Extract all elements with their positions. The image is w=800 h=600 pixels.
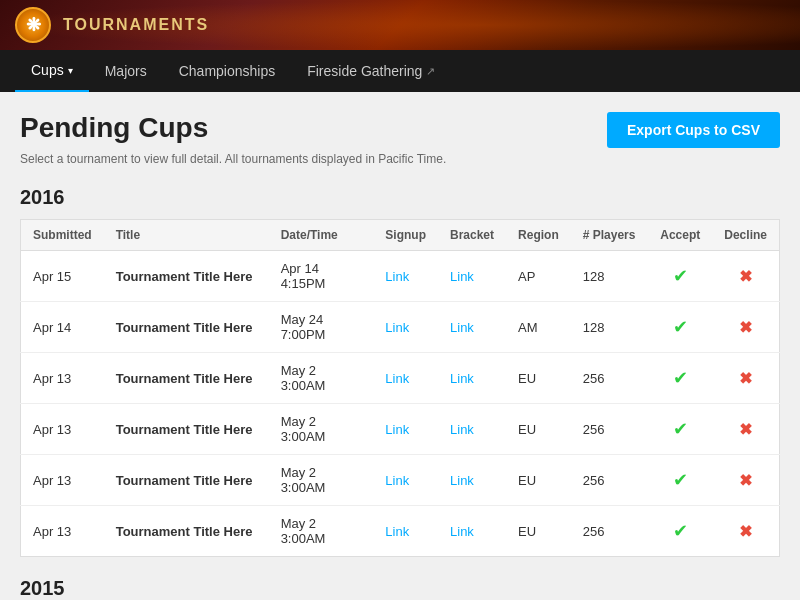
decline-button[interactable]: ✖ [739,421,752,438]
cell-bracket[interactable]: Link [438,506,506,557]
tournament-table: SubmittedTitleDate/TimeSignupBracketRegi… [20,219,780,557]
nav-bar: Cups ▾ Majors Championships Fireside Gat… [0,50,800,92]
page-header: Pending Cups Export Cups to CSV [20,112,780,148]
cell-players: 128 [571,302,649,353]
nav-item-majors[interactable]: Majors [89,50,163,92]
cell-signup[interactable]: Link [373,455,438,506]
cell-accept[interactable]: ✔ [648,404,712,455]
bracket-link[interactable]: Link [450,524,474,539]
signup-link[interactable]: Link [385,320,409,335]
cell-datetime: May 24 7:00PM [269,302,374,353]
col-header-accept: Accept [648,220,712,251]
cell-decline[interactable]: ✖ [712,251,779,302]
page-subtitle: Select a tournament to view full detail.… [20,152,780,166]
nav-item-fireside[interactable]: Fireside Gathering ↗ [291,50,451,92]
tournament-title: Tournament Title Here [116,269,253,284]
decline-button[interactable]: ✖ [739,319,752,336]
cell-region: EU [506,353,571,404]
col-header-decline: Decline [712,220,779,251]
decline-button[interactable]: ✖ [739,268,752,285]
year-heading: 2015 [20,577,780,600]
signup-link[interactable]: Link [385,524,409,539]
cell-bracket[interactable]: Link [438,302,506,353]
cell-accept[interactable]: ✔ [648,353,712,404]
cell-title: Tournament Title Here [104,506,269,557]
bracket-link[interactable]: Link [450,320,474,335]
table-row: Apr 14Tournament Title HereMay 24 7:00PM… [21,302,780,353]
app-title: TOURNAMENTS [63,16,209,34]
cell-signup[interactable]: Link [373,404,438,455]
col-header-title: Title [104,220,269,251]
signup-link[interactable]: Link [385,422,409,437]
accept-button[interactable]: ✔ [673,521,688,541]
external-link-icon: ↗ [426,65,435,78]
cell-accept[interactable]: ✔ [648,506,712,557]
cell-accept[interactable]: ✔ [648,302,712,353]
cell-decline[interactable]: ✖ [712,506,779,557]
year-section: 2016SubmittedTitleDate/TimeSignupBracket… [20,186,780,557]
cell-datetime: May 2 3:00AM [269,353,374,404]
table-row: Apr 15Tournament Title HereApr 14 4:15PM… [21,251,780,302]
cell-decline[interactable]: ✖ [712,353,779,404]
cell-submitted: Apr 15 [21,251,104,302]
cell-region: AP [506,251,571,302]
signup-link[interactable]: Link [385,371,409,386]
bracket-link[interactable]: Link [450,269,474,284]
signup-link[interactable]: Link [385,269,409,284]
bracket-link[interactable]: Link [450,422,474,437]
cell-signup[interactable]: Link [373,506,438,557]
cell-bracket[interactable]: Link [438,455,506,506]
accept-button[interactable]: ✔ [673,368,688,388]
main-content: Pending Cups Export Cups to CSV Select a… [0,92,800,600]
cell-decline[interactable]: ✖ [712,455,779,506]
cell-title: Tournament Title Here [104,455,269,506]
signup-link[interactable]: Link [385,473,409,488]
year-section: 2015SubmittedTitleDate/TimeSignupBracket… [20,577,780,600]
col-header-submitted: Submitted [21,220,104,251]
cell-submitted: Apr 13 [21,455,104,506]
cell-datetime: May 2 3:00AM [269,506,374,557]
tournament-title: Tournament Title Here [116,524,253,539]
table-row: Apr 13Tournament Title HereMay 2 3:00AML… [21,353,780,404]
cell-bracket[interactable]: Link [438,353,506,404]
cell-bracket[interactable]: Link [438,404,506,455]
page-title: Pending Cups [20,112,208,144]
cell-accept[interactable]: ✔ [648,455,712,506]
cell-players: 256 [571,455,649,506]
col-header-players: # Players [571,220,649,251]
decline-button[interactable]: ✖ [739,472,752,489]
table-row: Apr 13Tournament Title HereMay 2 3:00AML… [21,455,780,506]
accept-button[interactable]: ✔ [673,419,688,439]
cell-submitted: Apr 14 [21,302,104,353]
cell-region: EU [506,455,571,506]
accept-button[interactable]: ✔ [673,317,688,337]
chevron-down-icon: ▾ [68,65,73,76]
col-header-bracket: Bracket [438,220,506,251]
cell-players: 256 [571,404,649,455]
bracket-link[interactable]: Link [450,473,474,488]
year-heading: 2016 [20,186,780,209]
cell-title: Tournament Title Here [104,251,269,302]
cell-accept[interactable]: ✔ [648,251,712,302]
cell-signup[interactable]: Link [373,353,438,404]
cell-datetime: Apr 14 4:15PM [269,251,374,302]
cell-signup[interactable]: Link [373,251,438,302]
accept-button[interactable]: ✔ [673,470,688,490]
cell-bracket[interactable]: Link [438,251,506,302]
decline-button[interactable]: ✖ [739,523,752,540]
nav-item-cups[interactable]: Cups ▾ [15,50,89,92]
export-button[interactable]: Export Cups to CSV [607,112,780,148]
cell-decline[interactable]: ✖ [712,302,779,353]
cell-signup[interactable]: Link [373,302,438,353]
accept-button[interactable]: ✔ [673,266,688,286]
cell-region: AM [506,302,571,353]
sections-container: 2016SubmittedTitleDate/TimeSignupBracket… [20,186,780,600]
decline-button[interactable]: ✖ [739,370,752,387]
top-header: ❋ TOURNAMENTS [0,0,800,50]
cell-players: 128 [571,251,649,302]
col-header-signup: Signup [373,220,438,251]
cell-decline[interactable]: ✖ [712,404,779,455]
col-header-region: Region [506,220,571,251]
bracket-link[interactable]: Link [450,371,474,386]
nav-item-championships[interactable]: Championships [163,50,292,92]
